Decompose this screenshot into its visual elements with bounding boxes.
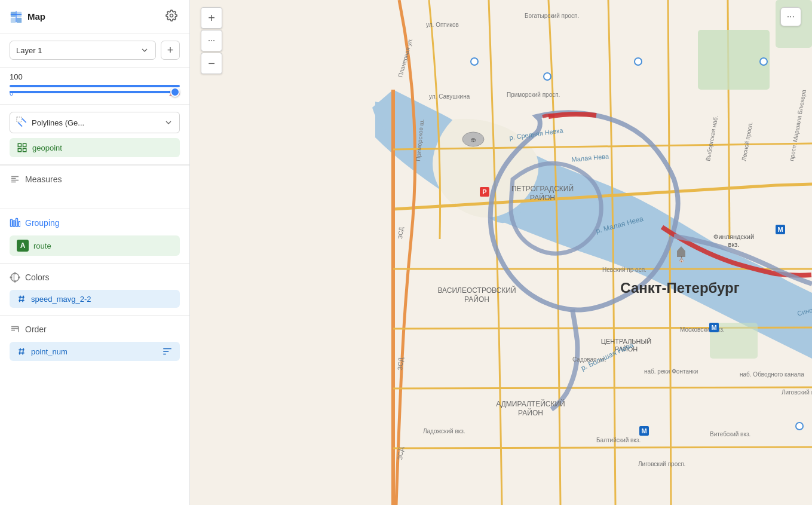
speed-chip[interactable]: speed_mavg_2-2 [10, 290, 180, 308]
left-panel: Map Layer 1 + 100 [0, 0, 190, 505]
svg-point-21 [14, 273, 16, 274]
svg-text:ул. Савушкина: ул. Савушкина [429, 93, 470, 100]
order-section-header[interactable]: Order [0, 316, 189, 339]
resize-button[interactable]: ⋯ [201, 30, 222, 51]
map-controls: + ⋯ − [201, 7, 222, 74]
svg-text:⛪: ⛪ [678, 256, 685, 263]
geometry-section: Polylines (Ge... geopoint [0, 105, 189, 165]
svg-text:Лиговский просп.: Лиговский просп. [782, 389, 812, 396]
measures-spacer [0, 189, 189, 209]
map-icon [10, 10, 23, 23]
colors-section-header[interactable]: Colors [0, 264, 189, 287]
svg-rect-8 [18, 143, 21, 146]
panel-title: Map [27, 11, 45, 22]
opacity-slider[interactable] [10, 91, 180, 93]
layer-select[interactable]: Layer 1 [10, 41, 156, 60]
geometry-type-label: Polylines (Ge... [32, 118, 84, 127]
resize-icon: ⋯ [208, 36, 216, 45]
grouping-section-header[interactable]: Grouping [0, 209, 189, 233]
order-icon [10, 324, 20, 335]
sort-icon [162, 346, 173, 357]
route-chip[interactable]: A route [10, 235, 180, 256]
svg-point-93 [635, 58, 642, 65]
svg-text:ВАСИЛЕОСТРОВСКИЙ: ВАСИЛЕОСТРОВСКИЙ [437, 286, 516, 295]
svg-text:ул. Оптиков: ул. Оптиков [426, 22, 459, 28]
svg-text:ЗСД: ЗСД [397, 227, 405, 239]
geometry-select[interactable]: Polylines (Ge... [10, 112, 180, 133]
svg-point-91 [471, 58, 478, 65]
svg-rect-10 [18, 149, 21, 152]
layer-section: Layer 1 + [0, 33, 189, 68]
hash-icon [17, 294, 26, 304]
chip-letter-a: A [17, 240, 29, 252]
zoom-in-button[interactable]: + [201, 7, 222, 29]
opacity-slider-container [10, 85, 180, 87]
layer-row: Layer 1 + [10, 41, 180, 60]
svg-point-92 [544, 73, 551, 80]
slider-track [10, 85, 180, 87]
svg-rect-17 [13, 221, 15, 227]
svg-rect-18 [16, 219, 18, 227]
svg-text:Невский пр осп.: Невский пр осп. [602, 267, 646, 273]
svg-text:Витебский вкз.: Витебский вкз. [710, 431, 750, 437]
geopoint-chip[interactable]: geopoint [10, 138, 180, 157]
chevron-down-icon [140, 45, 149, 55]
svg-rect-3 [17, 17, 22, 22]
svg-rect-16 [11, 219, 13, 227]
layer-name: Layer 1 [16, 46, 42, 55]
route-label: route [33, 241, 51, 250]
svg-point-94 [760, 58, 767, 65]
point-num-chip[interactable]: point_num [10, 342, 180, 361]
svg-point-6 [170, 14, 173, 17]
svg-rect-41 [698, 30, 770, 90]
svg-text:М: М [641, 427, 646, 434]
svg-text:Ладожский вкз.: Ладожский вкз. [423, 428, 465, 434]
svg-point-96 [796, 423, 803, 430]
panel-header: Map [0, 0, 189, 33]
map-area[interactable]: + ⋯ − ··· [190, 0, 812, 505]
map-svg: ПЕТРОГРАДСКИЙ РАЙОН ВАСИЛЕОСТРОВСКИЙ РАЙ… [190, 0, 812, 505]
svg-text:🏟: 🏟 [471, 137, 476, 143]
svg-text:РАЙОН: РАЙОН [518, 408, 543, 417]
settings-button[interactable] [163, 7, 180, 26]
svg-rect-2 [11, 17, 16, 22]
speed-field-label: speed_mavg_2-2 [31, 295, 91, 304]
svg-line-35 [23, 348, 23, 355]
svg-text:ЗСД: ЗСД [396, 357, 405, 371]
title-row: Map [10, 10, 45, 23]
svg-point-22 [19, 277, 20, 278]
order-label: Order [25, 325, 47, 334]
svg-text:Санкт-Петербург: Санкт-Петербург [620, 280, 739, 296]
geopoint-label: geopoint [32, 143, 62, 152]
svg-text:ПЕТРОГРАДСКИЙ: ПЕТРОГРАДСКИЙ [511, 184, 574, 193]
svg-text:АДМИРАЛТЕЙСКИЙ: АДМИРАЛТЕЙСКИЙ [496, 399, 565, 408]
svg-text:М: М [777, 226, 783, 233]
svg-text:наб. реки Фонтанки: наб. реки Фонтанки [644, 368, 698, 375]
svg-rect-9 [23, 143, 26, 146]
svg-text:вкз.: вкз. [728, 241, 740, 248]
measures-label: Measures [25, 175, 62, 184]
svg-text:Садовая ул.: Садовая ул. [572, 356, 606, 363]
svg-text:Лиговский просп.: Лиговский просп. [638, 461, 685, 467]
zoom-out-icon: − [208, 57, 215, 71]
measures-icon [10, 174, 20, 185]
svg-text:Богатырский просп.: Богатырский просп. [525, 13, 579, 19]
svg-text:Балтийский вкз.: Балтийский вкз. [596, 437, 641, 443]
svg-text:РАЙОН: РАЙОН [530, 193, 555, 202]
colors-label: Colors [25, 273, 49, 282]
svg-line-34 [20, 348, 20, 355]
measures-section-header[interactable]: Measures [0, 166, 189, 189]
svg-text:М: М [711, 324, 716, 331]
order-chip-left: point_num [17, 347, 68, 356]
opacity-section: 100 0 100 [0, 68, 189, 105]
hash-icon-order [17, 347, 26, 356]
svg-rect-11 [23, 149, 26, 152]
svg-rect-7 [17, 117, 22, 122]
svg-text:Р: Р [482, 188, 486, 195]
zoom-in-icon: + [208, 11, 215, 25]
gear-icon [166, 10, 177, 22]
zoom-out-button[interactable]: − [201, 53, 222, 74]
add-layer-button[interactable]: + [161, 41, 180, 60]
svg-text:РАЙОН: РАЙОН [464, 295, 489, 304]
map-more-button[interactable]: ··· [780, 7, 801, 26]
